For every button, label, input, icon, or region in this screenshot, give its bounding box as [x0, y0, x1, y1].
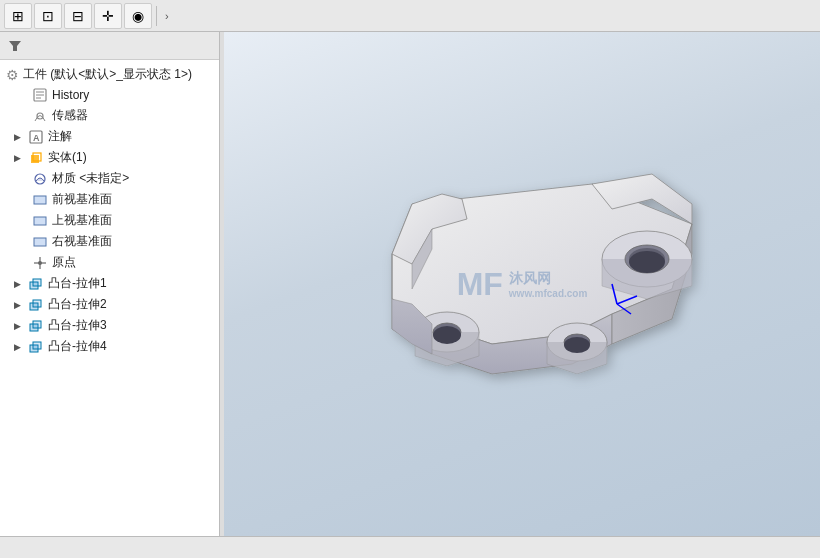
svg-text:A: A: [33, 133, 40, 143]
arrow-extrude1: ▶: [14, 279, 24, 289]
left-panel: ⚙ 工件 (默认<默认>_显示状态 1>) History: [0, 32, 220, 536]
extrude4-label: 凸台-拉伸4: [48, 338, 107, 355]
tree-item-note[interactable]: ▶ A 注解: [0, 126, 219, 147]
right-plane-label: 右视基准面: [52, 233, 112, 250]
arrow-note: ▶: [14, 132, 24, 142]
origin-label: 原点: [52, 254, 76, 271]
material-label: 材质 <未指定>: [52, 170, 129, 187]
tree-item-extrude2[interactable]: ▶ 凸台-拉伸2: [0, 294, 219, 315]
tree-item-history[interactable]: History: [0, 85, 219, 105]
extrude3-icon: [28, 318, 44, 334]
sensor-label: 传感器: [52, 107, 88, 124]
origin-icon: [32, 255, 48, 271]
3d-part-model: [312, 104, 792, 464]
svg-point-28: [629, 251, 665, 273]
svg-marker-0: [9, 41, 21, 51]
tree-item-front-plane[interactable]: 前视基准面: [0, 189, 219, 210]
front-plane-label: 前视基准面: [52, 191, 112, 208]
arrow-extrude3: ▶: [14, 321, 24, 331]
svg-rect-22: [33, 321, 41, 328]
history-icon: [32, 87, 48, 103]
tree-item-extrude3[interactable]: ▶ 凸台-拉伸3: [0, 315, 219, 336]
tree-item-material[interactable]: 材质 <未指定>: [0, 168, 219, 189]
tree-item-origin[interactable]: 原点: [0, 252, 219, 273]
arrow-extrude2: ▶: [14, 300, 24, 310]
status-bar: [0, 536, 820, 558]
tree-item-extrude4[interactable]: ▶ 凸台-拉伸4: [0, 336, 219, 357]
svg-rect-18: [33, 279, 41, 286]
root-label: 工件 (默认<默认>_显示状态 1>): [23, 66, 192, 83]
solid-label: 实体(1): [48, 149, 87, 166]
toolbar-btn-box[interactable]: ⊡: [34, 3, 62, 29]
toolbar-separator: [156, 6, 157, 26]
right-plane-icon: [32, 234, 48, 250]
toolbar-btn-color[interactable]: ◉: [124, 3, 152, 29]
toolbar-btn-tree[interactable]: ⊟: [64, 3, 92, 29]
top-plane-icon: [32, 213, 48, 229]
extrude2-icon: [28, 297, 44, 313]
root-icon: ⚙: [6, 67, 19, 83]
svg-point-16: [38, 261, 42, 265]
main-toolbar: ⊞ ⊡ ⊟ ✛ ◉ ›: [0, 0, 820, 32]
left-toolbar: [0, 32, 219, 60]
svg-point-31: [433, 326, 461, 344]
tree-root-title: ⚙ 工件 (默认<默认>_显示状态 1>): [0, 64, 219, 85]
tree-item-sensor[interactable]: 传感器: [0, 105, 219, 126]
extrude2-label: 凸台-拉伸2: [48, 296, 107, 313]
extrude1-label: 凸台-拉伸1: [48, 275, 107, 292]
svg-point-34: [564, 337, 590, 353]
svg-rect-20: [33, 300, 41, 307]
toolbar-btn-grid[interactable]: ⊞: [4, 3, 32, 29]
tree-item-extrude1[interactable]: ▶ 凸台-拉伸1: [0, 273, 219, 294]
history-label: History: [52, 88, 89, 102]
top-plane-label: 上视基准面: [52, 212, 112, 229]
extrude4-icon: [28, 339, 44, 355]
svg-rect-24: [33, 342, 41, 349]
note-icon: A: [28, 129, 44, 145]
main-content: ⚙ 工件 (默认<默认>_显示状态 1>) History: [0, 32, 820, 536]
extrude3-label: 凸台-拉伸3: [48, 317, 107, 334]
tree-item-solid[interactable]: ▶ 实体(1): [0, 147, 219, 168]
svg-rect-13: [34, 238, 46, 246]
svg-rect-11: [34, 196, 46, 204]
svg-rect-12: [34, 217, 46, 225]
3d-view-area[interactable]: MF 沐风网 www.mfcad.com: [224, 32, 820, 536]
sensor-icon: [32, 108, 48, 124]
front-plane-icon: [32, 192, 48, 208]
extrude1-icon: [28, 276, 44, 292]
filter-btn[interactable]: [4, 35, 26, 57]
tree-item-top-plane[interactable]: 上视基准面: [0, 210, 219, 231]
arrow-extrude4: ▶: [14, 342, 24, 352]
tree-area[interactable]: ⚙ 工件 (默认<默认>_显示状态 1>) History: [0, 60, 219, 536]
arrow-solid: ▶: [14, 153, 24, 163]
solid-icon: [28, 150, 44, 166]
toolbar-btn-cross[interactable]: ✛: [94, 3, 122, 29]
svg-rect-8: [31, 155, 39, 163]
material-icon: [32, 171, 48, 187]
toolbar-more[interactable]: ›: [161, 10, 173, 22]
tree-item-right-plane[interactable]: 右视基准面: [0, 231, 219, 252]
note-label: 注解: [48, 128, 72, 145]
